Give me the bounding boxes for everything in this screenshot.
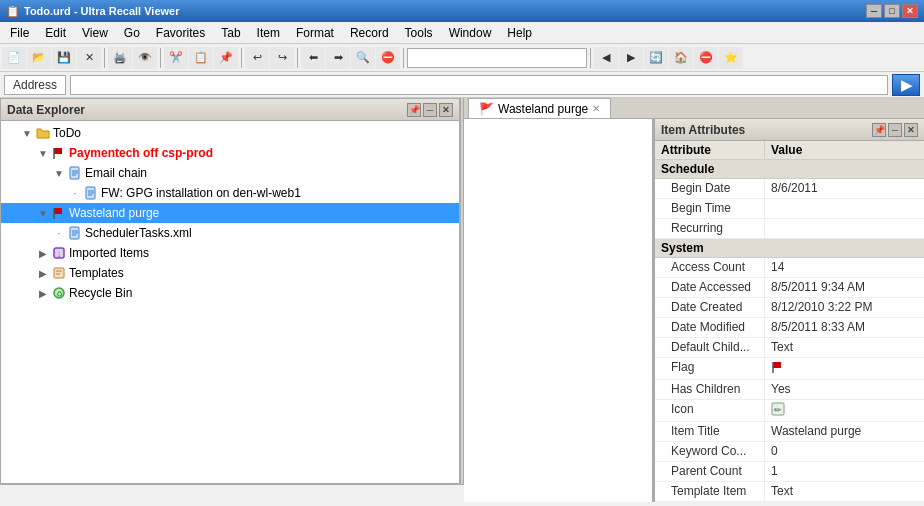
menu-edit[interactable]: Edit xyxy=(37,22,74,43)
attr-row[interactable]: Begin Time xyxy=(655,199,924,219)
expander-todo[interactable]: ▼ xyxy=(19,125,35,141)
menu-window[interactable]: Window xyxy=(441,22,500,43)
panel-minimize-button[interactable]: ─ xyxy=(423,103,437,117)
sep4 xyxy=(297,48,298,68)
item-label-scheduler: SchedulerTasks.xml xyxy=(85,226,192,240)
tree-item-paymentech[interactable]: ▼Paymentech off csp-prod xyxy=(1,143,459,163)
menu-item[interactable]: Item xyxy=(249,22,288,43)
content-pane xyxy=(464,119,654,502)
nav-home[interactable]: 🏠 xyxy=(669,47,693,69)
save-button[interactable]: 💾 xyxy=(52,47,76,69)
expander-fw-gpg[interactable]: · xyxy=(67,185,83,201)
attr-row[interactable]: Template ItemText xyxy=(655,482,924,502)
close-button[interactable]: ✕ xyxy=(77,47,101,69)
menu-favorites[interactable]: Favorites xyxy=(148,22,213,43)
tree-item-email-chain[interactable]: ▼Email chain xyxy=(1,163,459,183)
address-input[interactable] xyxy=(70,75,888,95)
attr-name-cell: Has Children xyxy=(655,380,765,399)
main-area: Data Explorer 📌 ─ ✕ ▼ToDo▼Paymentech off… xyxy=(0,98,924,484)
attr-value-cell xyxy=(765,199,924,218)
tree-item-imported[interactable]: ▶↓Imported Items xyxy=(1,243,459,263)
panel-close-button[interactable]: ✕ xyxy=(439,103,453,117)
attr-row[interactable]: Default Child...Text xyxy=(655,338,924,358)
address-go-button[interactable]: ▶ xyxy=(892,74,920,96)
expander-email-chain[interactable]: ▼ xyxy=(51,165,67,181)
attr-value-cell xyxy=(765,219,924,238)
attr-row[interactable]: Icon✏ xyxy=(655,400,924,422)
attr-section-schedule: Schedule xyxy=(655,160,924,179)
icon-wasteland xyxy=(51,205,67,221)
attr-row[interactable]: Item TitleWasteland purge xyxy=(655,422,924,442)
attr-row[interactable]: Recurring xyxy=(655,219,924,239)
menu-help[interactable]: Help xyxy=(499,22,540,43)
panel-pin-button[interactable]: 📌 xyxy=(407,103,421,117)
menu-go[interactable]: Go xyxy=(116,22,148,43)
stop-button[interactable]: ⛔ xyxy=(376,47,400,69)
attr-row[interactable]: Access Count14 xyxy=(655,258,924,278)
expander-recycle[interactable]: ▶ xyxy=(35,285,51,301)
undo-button[interactable]: ↩ xyxy=(245,47,269,69)
attr-name-cell: Keyword Co... xyxy=(655,442,765,461)
forward-button[interactable]: ➡ xyxy=(326,47,350,69)
nav-refresh[interactable]: 🔄 xyxy=(644,47,668,69)
attr-row[interactable]: Date Created8/12/2010 3:22 PM xyxy=(655,298,924,318)
expander-imported[interactable]: ▶ xyxy=(35,245,51,261)
attr-row[interactable]: Keyword Co...0 xyxy=(655,442,924,462)
print-button[interactable]: 🖨️ xyxy=(108,47,132,69)
attr-row[interactable]: Begin Date8/6/2011 xyxy=(655,179,924,199)
nav-back[interactable]: ◀ xyxy=(594,47,618,69)
search-combo[interactable] xyxy=(407,48,587,68)
attr-minimize-button[interactable]: ─ xyxy=(888,123,902,137)
expander-templates[interactable]: ▶ xyxy=(35,265,51,281)
nav-stop[interactable]: ⛔ xyxy=(694,47,718,69)
menu-tools[interactable]: Tools xyxy=(397,22,441,43)
tab-close-icon[interactable]: ✕ xyxy=(592,103,600,114)
attr-row[interactable]: Has ChildrenYes xyxy=(655,380,924,400)
tree-item-fw-gpg[interactable]: ·FW: GPG installation on den-wl-web1 xyxy=(1,183,459,203)
attr-row[interactable]: Date Accessed8/5/2011 9:34 AM xyxy=(655,278,924,298)
svg-text:♻: ♻ xyxy=(56,290,63,299)
menu-format[interactable]: Format xyxy=(288,22,342,43)
attr-name-cell: Template Item xyxy=(655,482,765,501)
tree-item-templates[interactable]: ▶Templates xyxy=(1,263,459,283)
back-button[interactable]: ⬅ xyxy=(301,47,325,69)
tree-item-todo[interactable]: ▼ToDo xyxy=(1,123,459,143)
open-button[interactable]: 📂 xyxy=(27,47,51,69)
preview-button[interactable]: 👁️ xyxy=(133,47,157,69)
item-label-fw-gpg: FW: GPG installation on den-wl-web1 xyxy=(101,186,301,200)
paste-button[interactable]: 📌 xyxy=(214,47,238,69)
content-tab[interactable]: 🚩 Wasteland purge ✕ xyxy=(468,98,611,118)
cut-button[interactable]: ✂️ xyxy=(164,47,188,69)
sep5 xyxy=(403,48,404,68)
menu-bar: File Edit View Go Favorites Tab Item For… xyxy=(0,22,924,44)
minimize-button[interactable]: ─ xyxy=(866,4,882,18)
icon-imported: ↓ xyxy=(51,245,67,261)
nav-forward[interactable]: ▶ xyxy=(619,47,643,69)
tree-item-scheduler[interactable]: ·SchedulerTasks.xml xyxy=(1,223,459,243)
attr-row[interactable]: Flag xyxy=(655,358,924,380)
attr-row[interactable]: Date Modified8/5/2011 8:33 AM xyxy=(655,318,924,338)
tab-label: Wasteland purge xyxy=(498,102,588,116)
attr-value-cell: 14 xyxy=(765,258,924,277)
attr-close-button[interactable]: ✕ xyxy=(904,123,918,137)
tree-item-wasteland[interactable]: ▼Wasteland purge xyxy=(1,203,459,223)
redo-button[interactable]: ↪ xyxy=(270,47,294,69)
menu-file[interactable]: File xyxy=(2,22,37,43)
nav-star[interactable]: ⭐ xyxy=(719,47,743,69)
expander-paymentech[interactable]: ▼ xyxy=(35,145,51,161)
search-button[interactable]: 🔍 xyxy=(351,47,375,69)
attr-pin-button[interactable]: 📌 xyxy=(872,123,886,137)
menu-record[interactable]: Record xyxy=(342,22,397,43)
expander-wasteland[interactable]: ▼ xyxy=(35,205,51,221)
new-button[interactable]: 📄 xyxy=(2,47,26,69)
menu-view[interactable]: View xyxy=(74,22,116,43)
content-area: 🚩 Wasteland purge ✕ Item Attributes 📌 ─ … xyxy=(464,98,924,484)
tree-item-recycle[interactable]: ▶♻Recycle Bin xyxy=(1,283,459,303)
maximize-button[interactable]: □ xyxy=(884,4,900,18)
copy-button[interactable]: 📋 xyxy=(189,47,213,69)
col-value: Value xyxy=(765,141,924,159)
close-button[interactable]: ✕ xyxy=(902,4,918,18)
expander-scheduler[interactable]: · xyxy=(51,225,67,241)
attr-row[interactable]: Parent Count1 xyxy=(655,462,924,482)
menu-tab[interactable]: Tab xyxy=(213,22,248,43)
